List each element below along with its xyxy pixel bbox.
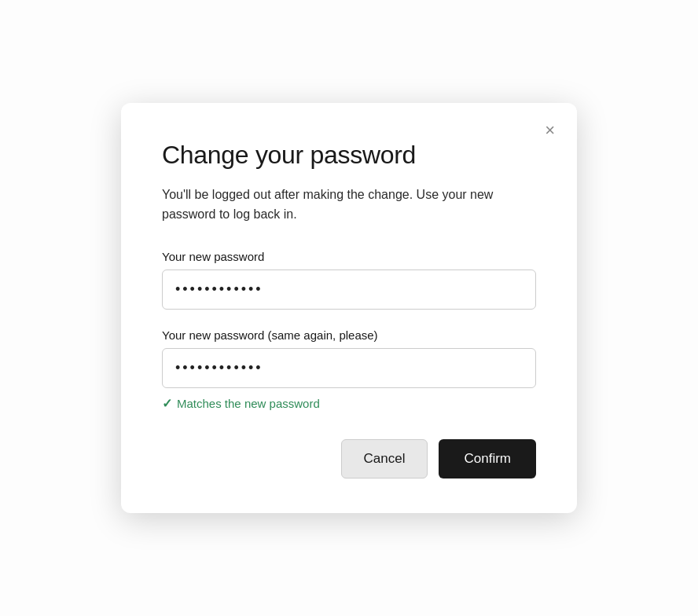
cancel-button[interactable]: Cancel xyxy=(341,439,428,478)
match-status-text: Matches the new password xyxy=(177,397,320,410)
new-password-field-group: Your new password xyxy=(162,250,536,310)
match-status: ✓ Matches the new password xyxy=(162,396,536,411)
change-password-modal: × Change your password You'll be logged … xyxy=(121,103,577,513)
checkmark-icon: ✓ xyxy=(162,396,172,411)
close-button[interactable]: × xyxy=(542,119,558,142)
new-password-input[interactable] xyxy=(162,270,536,310)
confirm-password-input[interactable] xyxy=(162,348,536,388)
new-password-label: Your new password xyxy=(162,250,536,263)
modal-overlay: × Change your password You'll be logged … xyxy=(0,0,698,616)
confirm-password-field-group: Your new password (same again, please) ✓… xyxy=(162,328,536,411)
confirm-button[interactable]: Confirm xyxy=(439,439,536,478)
confirm-password-label: Your new password (same again, please) xyxy=(162,328,536,342)
close-icon: × xyxy=(545,122,555,139)
modal-actions: Cancel Confirm xyxy=(162,439,536,478)
modal-description: You'll be logged out after making the ch… xyxy=(162,185,536,225)
modal-title: Change your password xyxy=(162,141,536,170)
